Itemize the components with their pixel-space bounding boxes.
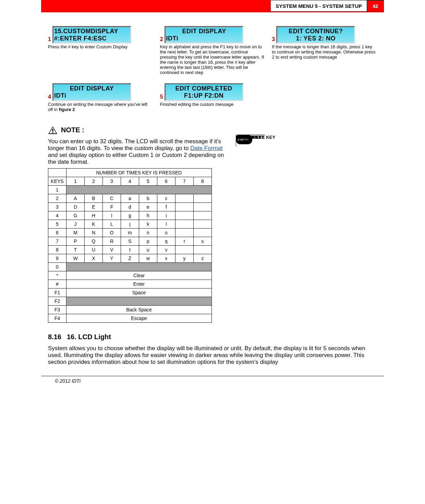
keypad-diagram: 1 2ABC 3DEF 4GHI 5JKL 6MNO 7PQRS 8TUV 9W… <box>236 135 377 220</box>
table-header: 8 <box>194 177 212 185</box>
table-cell: v <box>157 245 175 254</box>
table-cell <box>175 194 194 202</box>
note-header: NOTE : <box>48 126 377 135</box>
table-cell <box>175 211 194 220</box>
table-cell: r <box>175 237 194 245</box>
table-cell: K <box>85 220 103 228</box>
lcd-line2: IDTi <box>54 92 130 99</box>
date-format-link[interactable]: Date Format <box>190 145 222 151</box>
table-cell: u <box>139 245 157 254</box>
svg-rect-2 <box>52 129 53 131</box>
table-cell: 6 <box>48 228 66 237</box>
table-cell: V <box>103 245 121 254</box>
step-caption: Finished editing the custom message <box>160 102 265 107</box>
table-cell: a <box>121 194 139 202</box>
table-cell: w <box>139 254 157 262</box>
table-row: 3DEFdef <box>48 202 212 211</box>
section-heading: 8.1616. LCD Light <box>48 333 377 341</box>
step-number: 2 <box>160 37 163 42</box>
table-cell <box>194 202 212 211</box>
section-number: 8.16 <box>48 333 61 341</box>
table-row: 5JKLjkl <box>48 220 212 228</box>
table-cell: F2 <box>48 297 66 305</box>
table-cell: # <box>48 280 66 288</box>
table-cell: n <box>139 228 157 237</box>
table-cell <box>194 220 212 228</box>
table-cell: L <box>103 220 121 228</box>
table-row: 2ABCabc <box>48 194 212 202</box>
table-cell: 3 <box>48 202 66 211</box>
table-header-span: NUMBER OF TIMES KEY IS PRESSED <box>66 168 212 177</box>
table-cell: F4 <box>48 314 66 322</box>
note-label: NOTE : <box>61 126 84 134</box>
table-cell: J <box>66 220 85 228</box>
lcd-line1: EDIT DISPLAY <box>54 85 130 92</box>
table-cell: F3 <box>48 305 66 314</box>
step-caption: Press the # key to enter Custom Display <box>48 44 153 49</box>
table-cell: Back Space <box>66 305 212 314</box>
step-caption: Key in alphabet and press the F1 key to … <box>160 44 265 75</box>
table-header: 6 <box>157 177 175 185</box>
table-row: 8TUVtuv <box>48 245 212 254</box>
table-cell: Enter <box>66 280 212 288</box>
table-row: 4GHIghi <box>48 211 212 220</box>
table-cell: f <box>157 202 175 211</box>
table-cell: o <box>157 228 175 237</box>
table-cell <box>194 245 212 254</box>
section-title: 16. LCD Light <box>67 333 111 341</box>
table-cell <box>194 211 212 220</box>
table-cell: 2 <box>48 194 66 202</box>
step-caption: If the message is longer than 16 digits,… <box>272 44 377 60</box>
table-cell: 7 <box>48 237 66 245</box>
table-cell: p <box>139 237 157 245</box>
table-cell: y <box>175 254 194 262</box>
table-cell: d <box>121 202 139 211</box>
step-number: 3 <box>272 37 275 42</box>
table-cell: P <box>66 237 85 245</box>
table-cell: x <box>157 254 175 262</box>
table-cell: e <box>139 202 157 211</box>
table-cell: Space <box>66 288 212 297</box>
table-cell: R <box>103 237 121 245</box>
table-cell: * <box>48 271 66 280</box>
table-cell-shaded <box>66 297 212 305</box>
lcd-line2: F1:UP F2:DN <box>166 92 242 99</box>
lcd-screen: EDIT DISPLAY IDTi <box>52 83 131 101</box>
lcd-line1: 15.CUSTOMDISPLAY <box>54 28 130 35</box>
table-row: 6MNOmno <box>48 228 212 237</box>
table-cell: G <box>66 211 85 220</box>
table-cell: b <box>139 194 157 202</box>
table-row: F3Back Space <box>48 305 212 314</box>
table-cell: I <box>103 211 121 220</box>
table-cell: A <box>66 194 85 202</box>
table-cell <box>194 228 212 237</box>
table-cell: 9 <box>48 254 66 262</box>
table-header: 1 <box>66 177 85 185</box>
table-cell: T <box>66 245 85 254</box>
table-cell <box>175 245 194 254</box>
table-cell: 4 <box>48 211 66 220</box>
table-cell: t <box>121 245 139 254</box>
lcd-line2: IDTi <box>166 35 242 42</box>
table-header: 7 <box>175 177 194 185</box>
table-cell: N <box>85 228 103 237</box>
lcd-line1: EDIT CONTINUE? <box>278 28 353 35</box>
table-cell <box>175 228 194 237</box>
copyright: © 2012 IDTi <box>41 378 384 387</box>
table-cell: z <box>194 254 212 262</box>
lcd-screen: 15.CUSTOMDISPLAY #:ENTER F4:ESC <box>52 26 131 44</box>
step-number: 5 <box>160 94 163 100</box>
table-cell: Q <box>85 237 103 245</box>
lcd-line2: #:ENTER F4:ESC <box>54 35 130 42</box>
table-cell: H <box>85 211 103 220</box>
table-cell <box>194 194 212 202</box>
table-cell: W <box>66 254 85 262</box>
table-row: *Clear <box>48 271 212 280</box>
table-cell: C <box>103 194 121 202</box>
table-header-keys: KEYS <box>48 177 66 185</box>
table-cell: l <box>157 220 175 228</box>
table-cell-shaded <box>66 185 212 194</box>
table-cell: D <box>66 202 85 211</box>
table-row: 0 <box>48 262 212 271</box>
table-cell <box>175 202 194 211</box>
